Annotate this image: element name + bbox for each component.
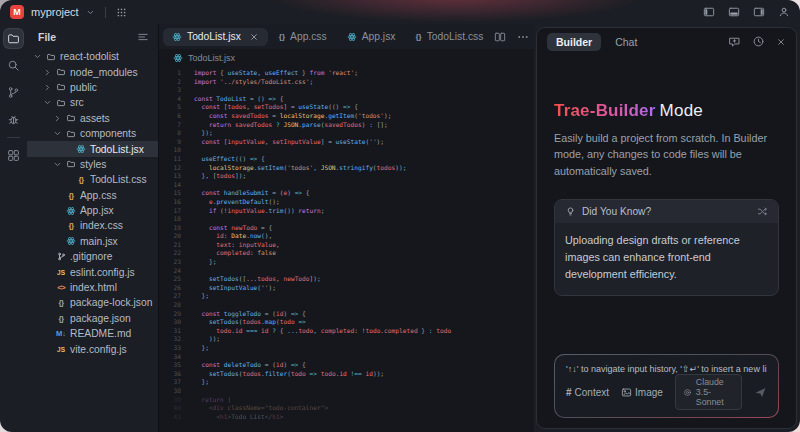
tree-item[interactable]: App.jsx bbox=[27, 203, 158, 218]
editor-tab[interactable]: TodoList.jsx bbox=[163, 28, 268, 46]
tab-builder[interactable]: Builder bbox=[547, 33, 601, 51]
folder-icon bbox=[65, 129, 77, 139]
react-icon bbox=[65, 236, 77, 246]
folder-icon bbox=[65, 113, 77, 123]
code-line: 23 }; bbox=[159, 258, 534, 267]
explorer-options-icon[interactable] bbox=[137, 31, 149, 43]
react-icon bbox=[173, 53, 183, 63]
code-line: 29 const toggleTodo = (id) => { bbox=[159, 310, 534, 319]
send-icon[interactable] bbox=[754, 386, 767, 399]
context-button[interactable]: # Context bbox=[566, 387, 609, 398]
tab-actions bbox=[494, 31, 529, 43]
folder-icon bbox=[45, 52, 57, 62]
model-selector[interactable]: Claude 3.5-Sonnet bbox=[675, 374, 742, 410]
code-line: 2import '../styles/TodoList.css'; bbox=[159, 78, 534, 87]
tree-item[interactable]: main.jsx bbox=[27, 234, 158, 249]
image-button[interactable]: Image bbox=[621, 387, 663, 398]
tree-item[interactable]: components bbox=[27, 126, 158, 141]
editor-area: TodoList.jsx{}App.cssApp.jsx{}TodoList.c… bbox=[158, 24, 534, 432]
code-line: 22 completed: false bbox=[159, 249, 534, 258]
chat-input-placeholder: '↑↓' to navigate input history, '⇧↵' to … bbox=[566, 364, 767, 374]
chevron-right-icon bbox=[53, 114, 62, 123]
tree-item[interactable]: styles bbox=[27, 157, 158, 172]
editor-tab[interactable]: App.jsx bbox=[338, 28, 405, 46]
new-chat-icon[interactable] bbox=[728, 35, 741, 48]
code-line: 14 bbox=[159, 181, 534, 190]
panel-right-icon[interactable] bbox=[753, 6, 765, 18]
apps-grid-icon[interactable] bbox=[116, 7, 127, 18]
activity-divider bbox=[7, 137, 20, 138]
react-icon bbox=[65, 206, 77, 216]
history-icon[interactable] bbox=[752, 35, 765, 48]
code-line: 38 bbox=[159, 387, 534, 396]
code-line: 32 )); bbox=[159, 335, 534, 344]
editor-tab[interactable]: {}App.css bbox=[270, 28, 336, 46]
code-line: 16 e.preventDefault(); bbox=[159, 198, 534, 207]
tree-item[interactable]: assets bbox=[27, 111, 158, 126]
tree-item[interactable]: {}package.json bbox=[27, 311, 158, 326]
code-line: 20 id: Date.now(), bbox=[159, 232, 534, 241]
tree-item[interactable]: {}App.css bbox=[27, 188, 158, 203]
activity-item-extensions[interactable] bbox=[4, 146, 23, 165]
tree-item[interactable]: {}TodoList.css bbox=[27, 172, 158, 187]
tree-item[interactable]: {}package-lock.json bbox=[27, 295, 158, 310]
more-actions-icon[interactable] bbox=[517, 31, 529, 43]
close-icon[interactable] bbox=[249, 32, 259, 42]
breadcrumb[interactable]: TodoList.jsx bbox=[159, 49, 534, 66]
builder-title-rest: Mode bbox=[660, 101, 703, 120]
tree-item[interactable]: JSeslint.config.js bbox=[27, 264, 158, 279]
code-line: 5 const [todos, setTodos] = useState(() … bbox=[159, 103, 534, 112]
activity-item-source-control[interactable] bbox=[4, 83, 23, 102]
code-line: 40 <div className="todo-container"> bbox=[159, 404, 534, 413]
tree-item[interactable]: public bbox=[27, 80, 158, 95]
close-panel-icon[interactable] bbox=[776, 37, 786, 47]
divider bbox=[105, 7, 106, 18]
folder-icon bbox=[55, 67, 67, 77]
code-line: 7 return savedTodos ? JSON.parse(savedTo… bbox=[159, 121, 534, 130]
code-line: 3 bbox=[159, 86, 534, 95]
code-line: 37 }; bbox=[159, 378, 534, 387]
title-bar: M myproject bbox=[0, 0, 800, 24]
chevron-right-icon bbox=[43, 83, 52, 92]
activity-item-files[interactable] bbox=[4, 29, 23, 48]
folder-icon bbox=[65, 159, 77, 169]
tab-chat[interactable]: Chat bbox=[606, 33, 646, 51]
activity-item-search[interactable] bbox=[4, 56, 23, 75]
activity-item-debug[interactable] bbox=[4, 110, 23, 129]
activity-bar bbox=[0, 24, 27, 432]
account-icon[interactable] bbox=[778, 6, 790, 18]
editor-tab[interactable]: {}TodoList.css bbox=[406, 28, 492, 46]
react-icon bbox=[75, 144, 87, 154]
panel-left-icon[interactable] bbox=[703, 6, 715, 18]
panel-bottom-icon[interactable] bbox=[728, 6, 740, 18]
css-icon: {} bbox=[65, 191, 77, 200]
file-tree: react-todolistnode_modulespublicsrcasset… bbox=[27, 46, 158, 432]
chevron-down-icon[interactable] bbox=[86, 8, 95, 17]
tree-item[interactable]: node_modules bbox=[27, 64, 158, 79]
tree-item[interactable]: .gitignore bbox=[27, 249, 158, 264]
tip-card: Did You Know? Uploading design drafts or… bbox=[554, 199, 779, 296]
tree-item[interactable]: react-todolist bbox=[27, 49, 158, 64]
code-line: 24 bbox=[159, 267, 534, 276]
tree-item[interactable]: M↓README.md bbox=[27, 326, 158, 341]
code-line: 6 const savedTodos = localStorage.getIte… bbox=[159, 112, 534, 121]
app-window: M myproject File react-todolistnode_modu… bbox=[0, 0, 800, 432]
code-editor[interactable]: 1import { useState, useEffect } from 're… bbox=[159, 66, 534, 432]
project-name[interactable]: myproject bbox=[31, 6, 79, 18]
code-line: 34 bbox=[159, 353, 534, 362]
split-editor-icon[interactable] bbox=[494, 31, 506, 43]
builder-header-icons bbox=[728, 35, 786, 48]
tree-item[interactable]: src bbox=[27, 95, 158, 110]
tree-item[interactable]: {}index.css bbox=[27, 218, 158, 233]
js-icon: JS bbox=[55, 346, 67, 353]
chevron-down-icon bbox=[43, 98, 52, 107]
tree-item[interactable]: <>index.html bbox=[27, 280, 158, 295]
chat-input-box[interactable]: '↑↓' to navigate input history, '⇧↵' to … bbox=[554, 354, 779, 418]
code-line: 27 }; bbox=[159, 292, 534, 301]
editor-tabs: TodoList.jsx{}App.cssApp.jsx{}TodoList.c… bbox=[163, 28, 492, 46]
code-line: 12 localStorage.setItem('todos', JSON.st… bbox=[159, 164, 534, 173]
builder-panel: Builder Chat Trae-BuilderMode Easily bui… bbox=[536, 27, 797, 429]
shuffle-icon[interactable] bbox=[757, 206, 768, 217]
tree-item[interactable]: JSvite.config.js bbox=[27, 341, 158, 356]
tree-item[interactable]: TodoList.jsx bbox=[27, 141, 158, 156]
